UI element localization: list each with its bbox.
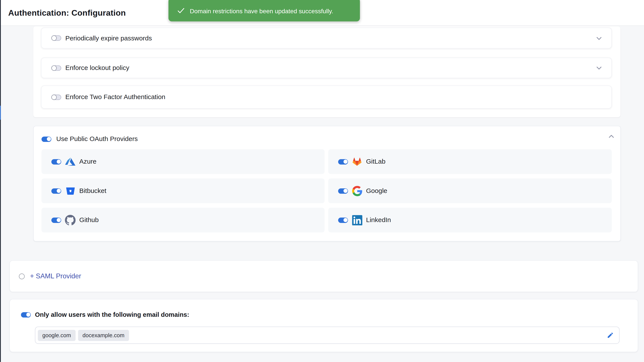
email-domains-toggle[interactable]	[21, 312, 31, 317]
chevron-down-icon[interactable]	[596, 65, 602, 71]
domain-tags-input[interactable]: google.com docexample.com	[35, 327, 620, 344]
add-saml-provider-link[interactable]: + SAML Provider	[30, 272, 81, 280]
linkedin-icon	[352, 215, 362, 225]
two-factor-toggle[interactable]	[52, 94, 61, 100]
toggle-knob	[56, 189, 60, 193]
github-toggle[interactable]	[52, 217, 61, 223]
oauth-provider-grid: Azure GitLab	[42, 149, 612, 232]
setting-label: Periodically expire passwords	[65, 34, 152, 42]
gitlab-icon	[352, 156, 362, 167]
chevron-up-icon[interactable]	[608, 133, 614, 140]
setting-row-lockout-policy[interactable]: Enforce lockout policy	[41, 58, 612, 78]
lockout-policy-toggle[interactable]	[52, 65, 61, 71]
bitbucket-toggle[interactable]	[52, 188, 61, 194]
provider-label: Azure	[79, 158, 96, 165]
toggle-knob	[52, 94, 57, 100]
security-settings-panel: Periodically expire passwords Enforce lo…	[33, 26, 620, 117]
domain-tag: docexample.com	[78, 330, 129, 341]
success-toast: Domain restrictions have been updated su…	[168, 0, 360, 21]
oauth-panel-header: Use Public OAuth Providers	[42, 134, 612, 144]
azure-icon	[65, 156, 76, 167]
email-domains-label: Only allow users with the following emai…	[35, 311, 189, 318]
page-title: Authentication: Configuration	[8, 0, 126, 26]
provider-label: LinkedIn	[366, 216, 391, 224]
provider-row-linkedin: LinkedIn	[328, 208, 612, 233]
provider-label: Google	[366, 187, 388, 195]
check-icon	[178, 8, 184, 14]
radio-circle-icon[interactable]	[19, 273, 25, 279]
toggle-knob	[52, 65, 57, 71]
toggle-knob	[343, 189, 347, 193]
toggle-knob	[56, 159, 60, 164]
setting-row-two-factor[interactable]: Enforce Two Factor Authentication	[41, 86, 612, 109]
toggle-knob	[343, 218, 347, 222]
pencil-icon[interactable]	[607, 332, 614, 339]
toggle-knob	[52, 35, 57, 41]
bitbucket-icon	[65, 186, 76, 196]
setting-label: Enforce lockout policy	[65, 64, 129, 72]
provider-row-gitlab: GitLab	[328, 149, 612, 174]
provider-row-github: Github	[42, 208, 324, 233]
provider-row-bitbucket: Bitbucket	[42, 178, 324, 203]
toggle-knob	[56, 218, 60, 222]
gitlab-toggle[interactable]	[338, 159, 348, 164]
provider-row-google: Google	[328, 178, 612, 203]
google-toggle[interactable]	[338, 188, 348, 194]
toast-message: Domain restrictions have been updated su…	[190, 7, 334, 14]
page: Authentication: Configuration Domain res…	[0, 0, 644, 362]
oauth-providers-panel: Use Public OAuth Providers Azure	[33, 126, 621, 241]
chevron-down-icon[interactable]	[596, 35, 602, 41]
email-domains-header: Only allow users with the following emai…	[21, 311, 189, 318]
toggle-knob	[343, 159, 347, 164]
provider-row-azure: Azure	[42, 149, 324, 174]
toggle-knob	[26, 313, 30, 317]
setting-label: Enforce Two Factor Authentication	[65, 93, 166, 101]
oauth-providers-toggle[interactable]	[42, 136, 51, 142]
azure-toggle[interactable]	[52, 159, 61, 164]
setting-row-expire-passwords[interactable]: Periodically expire passwords	[41, 28, 612, 49]
domain-tag: google.com	[38, 330, 76, 341]
sidebar-edge-active-indicator	[0, 106, 1, 119]
email-domains-card: Only allow users with the following emai…	[10, 299, 638, 352]
provider-label: Github	[79, 216, 98, 224]
expire-passwords-toggle[interactable]	[52, 35, 61, 41]
linkedin-toggle[interactable]	[338, 217, 348, 223]
google-icon	[352, 186, 362, 196]
provider-label: GitLab	[366, 158, 386, 165]
oauth-panel-label: Use Public OAuth Providers	[56, 135, 138, 143]
saml-provider-card: + SAML Provider	[10, 260, 638, 292]
provider-label: Bitbucket	[79, 187, 106, 195]
toggle-knob	[47, 137, 51, 141]
github-icon	[65, 215, 76, 225]
sidebar-edge	[0, 0, 1, 362]
